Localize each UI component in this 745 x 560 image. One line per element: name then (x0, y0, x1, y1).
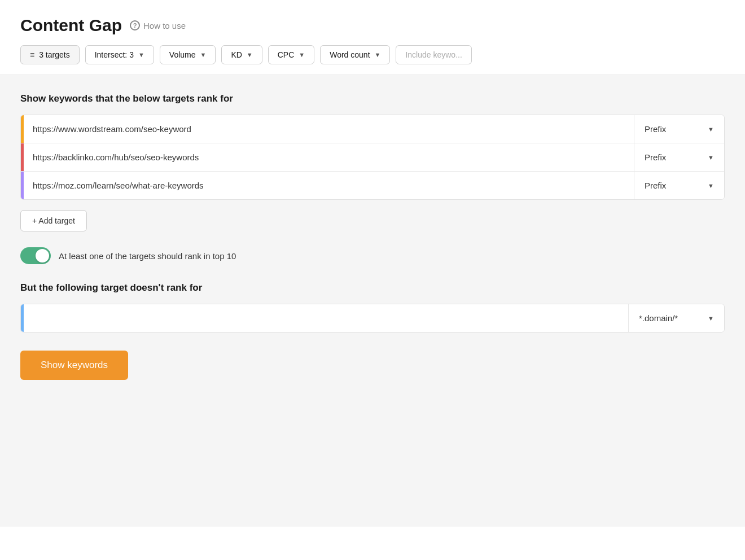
how-to-use-link[interactable]: ? How to use (130, 20, 186, 30)
intersect-dropdown[interactable]: Intersect: 3 ▼ (85, 45, 154, 64)
show-keywords-section-title: Show keywords that the below targets ran… (20, 93, 725, 104)
word-count-dropdown[interactable]: Word count ▼ (320, 45, 390, 64)
domain-prefix-dropdown[interactable]: *.domain/* ▼ (628, 304, 724, 332)
target-prefix-dropdown-2[interactable]: Prefix ▼ (634, 143, 724, 171)
targets-filter-label: 3 targets (39, 50, 69, 59)
intersect-label: Intersect: 3 (95, 50, 134, 59)
domain-prefix-chevron-icon: ▼ (708, 315, 714, 322)
add-target-button[interactable]: + Add target (20, 210, 87, 231)
target-prefix-dropdown-3[interactable]: Prefix ▼ (634, 172, 724, 199)
cpc-label: CPC (278, 50, 295, 59)
targets-filter-button[interactable]: ≡ 3 targets (20, 45, 80, 64)
page-title: Content Gap (20, 16, 122, 35)
cpc-chevron-icon: ▼ (299, 51, 305, 58)
how-to-use-label: How to use (143, 21, 186, 30)
target-url-input-3[interactable] (24, 172, 634, 199)
volume-label: Volume (169, 50, 196, 59)
but-section-title: But the following target doesn't rank fo… (20, 282, 725, 294)
filter-icon: ≡ (30, 50, 34, 59)
targets-container: Prefix ▼ Prefix ▼ Prefix ▼ (20, 115, 725, 200)
add-target-label: + Add target (32, 216, 75, 225)
include-keywords-label: Include keywo... (405, 50, 462, 59)
word-count-label: Word count (330, 50, 370, 59)
volume-dropdown[interactable]: Volume ▼ (160, 45, 216, 64)
question-icon: ? (130, 20, 140, 30)
prefix-chevron-icon-1: ▼ (708, 126, 714, 133)
toggle-row: At least one of the targets should rank … (20, 247, 725, 264)
target-row: Prefix ▼ (21, 172, 724, 199)
domain-input[interactable] (24, 304, 628, 332)
intersect-chevron-icon: ▼ (138, 51, 144, 58)
kd-dropdown[interactable]: KD ▼ (221, 45, 262, 64)
prefix-label-3: Prefix (645, 181, 666, 190)
kd-label: KD (231, 50, 242, 59)
domain-prefix-label: *.domain/* (639, 313, 678, 323)
top-10-toggle[interactable] (20, 247, 51, 264)
domain-row: *.domain/* ▼ (20, 304, 725, 333)
prefix-chevron-icon-2: ▼ (708, 154, 714, 161)
target-prefix-dropdown-1[interactable]: Prefix ▼ (634, 115, 724, 143)
target-url-input-1[interactable] (24, 115, 634, 143)
target-url-input-2[interactable] (24, 143, 634, 171)
header: Content Gap ? How to use (0, 0, 745, 45)
main-content: Show keywords that the below targets ran… (0, 75, 745, 527)
show-keywords-label: Show keywords (41, 360, 108, 371)
toolbar: ≡ 3 targets Intersect: 3 ▼ Volume ▼ KD ▼… (0, 45, 745, 75)
volume-chevron-icon: ▼ (200, 51, 207, 58)
prefix-chevron-icon-3: ▼ (708, 182, 714, 189)
prefix-label-1: Prefix (645, 124, 666, 134)
prefix-label-2: Prefix (645, 152, 666, 162)
target-row: Prefix ▼ (21, 115, 724, 143)
cpc-dropdown[interactable]: CPC ▼ (268, 45, 314, 64)
toggle-thumb (36, 249, 49, 262)
page-wrapper: Content Gap ? How to use ≡ 3 targets Int… (0, 0, 745, 560)
include-keywords-dropdown[interactable]: Include keywo... (396, 45, 471, 64)
toggle-track (20, 247, 51, 264)
target-row: Prefix ▼ (21, 143, 724, 172)
toggle-label: At least one of the targets should rank … (59, 251, 236, 261)
word-count-chevron-icon: ▼ (375, 51, 381, 58)
show-keywords-button[interactable]: Show keywords (20, 351, 128, 380)
kd-chevron-icon: ▼ (247, 51, 253, 58)
